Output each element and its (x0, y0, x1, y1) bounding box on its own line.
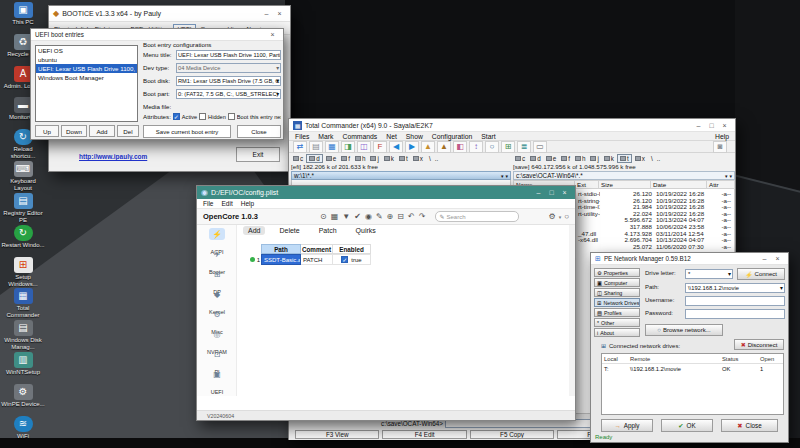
sync-dirs-icon[interactable]: ↕ (469, 141, 483, 153)
new-folder-icon[interactable]: F (373, 141, 387, 153)
menu-mark[interactable]: Mark (318, 133, 333, 140)
desktop-icon-restart-windows[interactable]: ↻Restart Windo... (0, 225, 46, 249)
menu-commands[interactable]: Commands (342, 133, 377, 140)
swap-panels-icon[interactable]: ⇄ (293, 141, 307, 153)
sidebar-item-deviceproperties[interactable]: ⊞DP (197, 268, 237, 288)
boot-disk-combobox[interactable]: RM1: Lexar USB Flash Drive (7.5 GB, C:)▾ (176, 76, 281, 86)
right-path-bar[interactable]: c:\save\OCAT-Win64\*.* ▾ ▾ (513, 171, 735, 180)
down-button[interactable]: Down (61, 125, 87, 137)
drive-button[interactable]: f (339, 154, 352, 163)
column-header-remote[interactable]: Remote (630, 354, 722, 363)
unpack-icon[interactable]: ▲ (437, 141, 451, 153)
boot-entries-list[interactable]: UEFI OS ubuntu UEFI: Lexar USB Flash Dri… (35, 45, 138, 122)
desktop-icon-wifi[interactable]: ≋WiFi (0, 416, 46, 440)
history-icon[interactable]: ⊙ (320, 212, 327, 221)
disconnect-button[interactable]: ✖Disconnect (734, 339, 784, 350)
save-icon[interactable]: ▼ (342, 212, 350, 221)
apply-button[interactable]: →Apply (601, 419, 653, 432)
exit-icon[interactable]: ◙ (713, 141, 727, 153)
menu-configuration[interactable]: Configuration (432, 133, 472, 140)
hidden-checkbox[interactable] (199, 113, 206, 120)
chevron-down-icon[interactable]: ▾ (559, 214, 562, 220)
connected-drives-table[interactable]: Local Remote Status Open T: \\192.168.1.… (601, 353, 784, 415)
drive-up-button[interactable]: .. (435, 155, 439, 162)
sidebar-item-sharing[interactable]: ◫Sharing (594, 288, 640, 297)
hotlist-icon[interactable]: ▾ (505, 173, 508, 179)
search-icon[interactable]: ○ (485, 141, 499, 153)
minimize-icon[interactable]: – (692, 120, 705, 131)
validate-icon[interactable]: ✔ (354, 212, 361, 221)
left-path-bar[interactable]: w:\1\*.* ▾ ▾ (291, 171, 511, 180)
f3-view-button[interactable]: F3 View (295, 430, 379, 439)
redo-icon[interactable]: ↷ (419, 212, 426, 221)
list-item-selected[interactable]: UEFI: Lexar USB Flash Drive 1100, Partit… (36, 64, 137, 73)
menu-title-field[interactable]: UEFI: Lexar USB Flash Drive 1100, Partit… (176, 50, 281, 60)
back-icon[interactable]: ◀ (389, 141, 403, 153)
path-history-icon[interactable]: ▾ (501, 173, 504, 179)
drive-button[interactable]: e (324, 154, 339, 163)
list-item[interactable]: ubuntu (36, 55, 137, 64)
drive-button[interactable]: k (602, 154, 616, 163)
drive-button[interactable]: h (573, 154, 588, 163)
desktop-icon-winpe-devices[interactable]: ⚙WinPE Device... (0, 384, 46, 408)
hotlist-icon[interactable]: ▾ (729, 173, 732, 179)
menu-net[interactable]: Net (386, 133, 397, 140)
comment-cell[interactable]: PATCH (301, 254, 333, 265)
table-row[interactable]: T: \\192.168.1.2\movie OK 1 (602, 364, 783, 374)
boot-part-combobox[interactable]: 0: (FAT32, 7.5 GB, C:, USB_STRELEC)▾ (176, 89, 281, 99)
desktop-icon-registry-editor[interactable]: ▤Registry Editor PE (0, 193, 46, 224)
menu-edit[interactable]: Edit (221, 200, 232, 207)
desktop-icon-this-pc[interactable]: ▣This PC (0, 2, 46, 26)
drive-up-button[interactable]: .. (657, 155, 661, 162)
list-item[interactable]: UEFI OS (36, 46, 137, 55)
sidebar-item-acpi[interactable]: ⚡ACPI (197, 228, 237, 248)
drive-button[interactable]: e (544, 154, 559, 163)
sidebar-item-kernel[interactable]: ◆Kernel (197, 288, 237, 308)
drive-root-button[interactable]: \ (651, 155, 653, 162)
column-header-ext[interactable]: Ext (575, 180, 599, 189)
grid-view-icon[interactable]: ▦ (331, 212, 339, 221)
boot-next-checkbox[interactable] (228, 113, 235, 120)
column-header-comment[interactable]: Comment (301, 244, 333, 254)
drive-button[interactable]: h (353, 154, 368, 163)
maximize-icon[interactable]: □ (705, 120, 718, 131)
close-icon[interactable]: × (718, 120, 731, 131)
path-combobox[interactable]: \\192.168.1.2\movie▾ (685, 283, 785, 293)
column-header-attr[interactable]: Attr (707, 180, 735, 189)
pack-icon[interactable]: ▲ (421, 141, 435, 153)
ftp-connect-icon[interactable]: ◫ (357, 141, 371, 153)
list-item[interactable]: Windows Boot Manager (36, 73, 137, 82)
enabled-checkbox[interactable]: ✓ (341, 256, 348, 263)
drive-button-active[interactable]: t (617, 154, 632, 163)
quick-view-icon[interactable]: ◨ (341, 141, 355, 153)
drive-letter-combobox[interactable]: *▾ (685, 269, 733, 279)
sidebar-item-platforminfo[interactable]: ⊡PI (197, 348, 237, 368)
username-field[interactable] (685, 296, 785, 306)
sidebar-item-network-drives[interactable]: ⊞Network Drives (594, 298, 640, 307)
drive-button[interactable]: k (382, 154, 396, 163)
minimize-icon[interactable]: – (532, 187, 545, 198)
save-boot-entry-button[interactable]: Save current boot entry (143, 125, 231, 138)
close-icon[interactable]: × (266, 29, 279, 40)
browse-network-button[interactable]: ○Browse network... (645, 324, 723, 336)
sidebar-item-uefi[interactable]: ▣UEFI (197, 368, 237, 388)
connect-button[interactable]: ⚡Connect (737, 268, 785, 280)
desktop-icon-keyboard-layout[interactable]: ⌨Keyboard Layout (0, 161, 46, 192)
menu-start[interactable]: Start (481, 133, 495, 140)
menu-files[interactable]: Files (295, 133, 309, 140)
drive-button-active[interactable]: d (306, 154, 323, 163)
full-view-icon[interactable]: ▦ (325, 141, 339, 153)
dev-type-combobox[interactable]: 04 Media Device▾ (176, 63, 281, 73)
drive-button[interactable]: t (397, 154, 410, 163)
sidebar-item-about[interactable]: iAbout (594, 328, 640, 337)
sidebar-item-other[interactable]: *Other (594, 318, 640, 327)
search-icon[interactable]: ○ (564, 212, 569, 221)
column-header-local[interactable]: Local (604, 354, 630, 363)
sidebar-item-misc[interactable]: ⚙Misc (197, 308, 237, 328)
up-button[interactable]: Up (35, 125, 59, 137)
close-icon[interactable]: × (558, 187, 571, 198)
close-icon[interactable]: × (771, 253, 784, 264)
ok-button[interactable]: ✔OK (661, 419, 713, 432)
multi-rename-icon[interactable]: ◧ (453, 141, 467, 153)
menu-file[interactable]: File (203, 200, 213, 207)
